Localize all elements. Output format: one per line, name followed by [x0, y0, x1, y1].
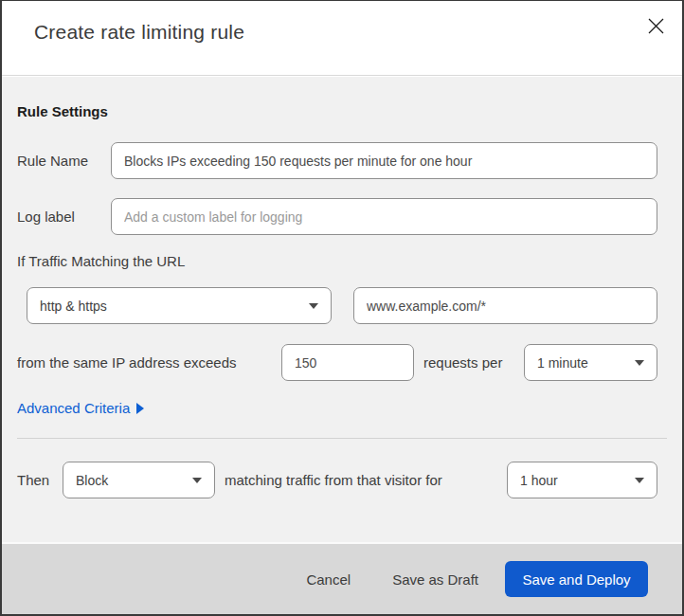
section-divider — [17, 438, 667, 439]
requests-count-input[interactable] — [281, 344, 414, 381]
matching-traffic-text: matching traffic from that visitor for — [225, 462, 442, 498]
threshold-prefix-text: from the same IP address exceeds — [17, 344, 237, 381]
cancel-button[interactable]: Cancel — [306, 571, 351, 588]
save-and-deploy-button[interactable]: Save and Deploy — [505, 561, 648, 597]
rule-name-label: Rule Name — [17, 142, 88, 179]
scheme-select[interactable]: http & https — [27, 287, 332, 324]
period-select[interactable]: 1 minute — [524, 344, 657, 381]
chevron-down-icon — [192, 478, 202, 483]
chevron-down-icon — [635, 360, 644, 366]
chevron-down-icon — [309, 303, 318, 309]
close-button[interactable] — [642, 14, 669, 41]
dialog-footer: Cancel Save as Draft Save and Deploy — [2, 542, 682, 614]
requests-per-text: requests per — [423, 344, 502, 381]
log-label-input[interactable] — [111, 198, 657, 235]
dialog-header: Create rate limiting rule — [2, 1, 682, 76]
action-select-value: Block — [76, 473, 108, 488]
duration-select[interactable]: 1 hour — [507, 462, 657, 498]
duration-select-value: 1 hour — [520, 473, 558, 488]
save-as-draft-button[interactable]: Save as Draft — [392, 571, 478, 588]
chevron-down-icon — [635, 478, 644, 483]
advanced-criteria-link[interactable]: Advanced Criteria — [17, 400, 144, 416]
dialog-body: Rule Settings Rule Name Log label If Tra… — [2, 77, 682, 542]
advanced-criteria-label: Advanced Criteria — [17, 400, 130, 416]
arrow-right-icon — [136, 403, 144, 414]
log-label-label: Log label — [17, 198, 75, 235]
action-select[interactable]: Block — [63, 462, 215, 498]
scheme-select-value: http & https — [40, 299, 107, 314]
rule-name-input[interactable] — [111, 142, 657, 179]
rule-settings-heading: Rule Settings — [17, 103, 108, 119]
close-icon — [648, 18, 664, 38]
dialog-title: Create rate limiting rule — [34, 21, 244, 44]
then-label: Then — [17, 462, 49, 498]
url-pattern-input[interactable] — [353, 287, 657, 324]
traffic-match-heading: If Traffic Matching the URL — [17, 253, 185, 269]
create-rate-limiting-rule-dialog: Create rate limiting rule Rule Settings … — [0, 0, 684, 616]
period-select-value: 1 minute — [537, 355, 588, 371]
